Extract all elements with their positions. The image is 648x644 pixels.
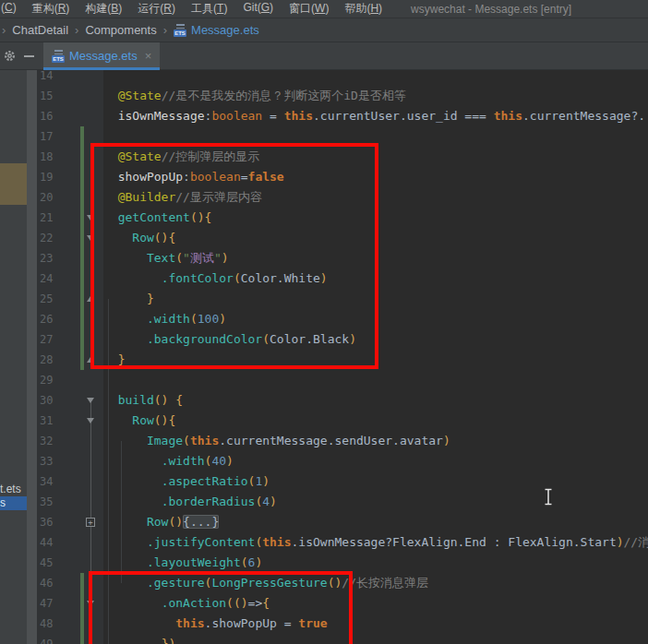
hide-panel-minus-icon[interactable] [24,55,34,57]
line-number: 34 [40,471,60,492]
menu-item[interactable]: 帮助(H) [344,1,382,17]
line-number: 25 [40,289,60,309]
ets-file-icon: ETS [52,50,65,63]
line-number: 16 [40,106,60,126]
line-number: 22 [40,228,60,248]
line-number: 27 [40,329,60,350]
window-title: wsywechat - Message.ets [entry] [411,3,571,16]
line-number: 35 [40,492,60,512]
code-text[interactable]: isOwnMessage:boolean = this.currentUser.… [103,106,645,126]
editor-area[interactable]: t.ets s 1415 @State//是不是我发的消息？判断这两个iD是否相… [0,70,648,644]
gear-icon[interactable] [4,50,16,62]
annotation-box-popup-state [90,143,378,369]
fold-plus-icon[interactable]: + [85,512,97,532]
vcs-change-marker [80,634,84,644]
code-text[interactable]: @State//是不是我发的消息？判断这两个iD是否相等 [103,86,406,106]
code-line: 14 [0,70,648,86]
code-line: 44 .justifyContent(this.isOwnMessage?Fle… [0,532,648,553]
breadcrumb-item[interactable]: ChatDetail [12,23,68,37]
line-number: 45 [40,553,60,573]
ide-window: (C)重构(R)构建(B)运行(R)工具(T)Git(G)窗口(W)帮助(H) … [0,0,648,644]
code-line: 15 @State//是不是我发的消息？判断这两个iD是否相等 [0,86,648,106]
vcs-change-marker [80,593,84,614]
code-text[interactable]: .borderRadius(4) [103,492,277,512]
fold-down-icon[interactable] [85,390,97,411]
vcs-change-marker [80,126,84,147]
line-number: 24 [40,268,60,289]
line-number: 19 [40,167,60,187]
menu-item[interactable]: 窗口(W) [289,1,329,17]
breadcrumb-separator: › [75,23,78,37]
line-number: 21 [40,208,60,228]
line-number: 31 [40,411,60,431]
line-number: 23 [40,248,60,268]
code-text[interactable]: .layoutWeight(6) [103,553,262,573]
breadcrumb-separator: › [163,23,167,37]
annotation-box-gesture [89,571,353,644]
line-number: 30 [40,390,60,411]
code-line: 16 isOwnMessage:boolean = this.currentUs… [0,106,648,126]
vcs-change-marker [80,187,84,208]
code-text[interactable]: .aspectRatio(1) [103,471,270,492]
line-number: 49 [40,634,60,644]
menu-item[interactable]: 工具(T) [191,1,227,17]
line-number: 46 [40,573,60,593]
code-line: 29 [0,370,648,390]
menu-item[interactable]: 构建(B) [85,1,122,17]
code-text[interactable]: Row(){...} [103,512,219,532]
menu-item[interactable]: Git(G) [243,1,273,17]
code-line: 31 Row(){ [0,411,648,431]
breadcrumb-file[interactable]: ETSMessage.ets [174,23,259,37]
line-number: 36 [40,512,60,532]
code-line: 30 build() { [0,390,648,411]
vcs-change-marker [80,228,84,248]
vcs-change-marker [80,289,84,309]
line-number: 17 [40,126,60,147]
code-line: 45 .layoutWeight(6) [0,553,648,573]
code-text[interactable]: build() { [103,390,183,411]
vcs-change-marker [80,248,84,268]
breadcrumb-separator: › [2,23,6,37]
line-number: 47 [40,593,60,614]
line-number: 20 [40,187,60,208]
vcs-change-marker [80,614,84,634]
line-number: 32 [40,431,60,451]
vcs-change-marker [80,268,84,289]
tab-close-icon[interactable]: × [145,50,152,62]
ibeam-mouse-cursor [543,488,554,506]
vcs-change-marker [80,309,84,329]
code-text[interactable]: Image(this.currentMessage.sendUser.avata… [103,431,450,451]
menu-item[interactable]: 重构(R) [32,1,70,17]
line-number: 18 [40,147,60,167]
code-line: 36+ Row(){...} [0,512,648,532]
line-number: 44 [40,532,60,553]
vcs-change-marker [80,573,84,593]
line-number: 15 [40,86,60,106]
vcs-change-marker [80,208,84,228]
line-number: 14 [40,70,60,86]
line-number: 28 [40,350,60,370]
menu-bar: (C)重构(R)构建(B)运行(R)工具(T)Git(G)窗口(W)帮助(H) … [0,0,648,18]
menu-item[interactable]: (C) [1,1,17,17]
editor-tab-bar: ETS Message.ets × [0,42,648,70]
ets-file-icon: ETS [174,24,186,37]
code-line: 32 Image(this.currentMessage.sendUser.av… [0,431,648,451]
menu-item[interactable]: 运行(R) [138,1,175,17]
tab-message-ets[interactable]: ETS Message.ets × [43,42,160,70]
vcs-change-marker [80,167,84,187]
code-text[interactable]: .width(40) [103,451,234,471]
vcs-change-marker [80,350,84,370]
line-number: 48 [40,614,60,634]
code-text[interactable]: Row(){ [103,411,175,431]
line-number: 33 [40,451,60,471]
breadcrumb-item[interactable]: Compoments [85,23,156,37]
vcs-change-marker [80,329,84,350]
code-line: 33 .width(40) [0,451,648,471]
tab-label: Message.ets [69,49,138,63]
breadcrumb: ›ChatDetail›Compoments›ETSMessage.ets [0,18,648,42]
vcs-change-marker [80,147,84,167]
fold-down-icon[interactable] [85,411,97,431]
code-text[interactable]: .justifyContent(this.isOwnMessage?FlexAl… [103,532,648,553]
line-number: 29 [40,370,60,390]
menu-items: (C)重构(R)构建(B)运行(R)工具(T)Git(G)窗口(W)帮助(H) [0,1,398,17]
